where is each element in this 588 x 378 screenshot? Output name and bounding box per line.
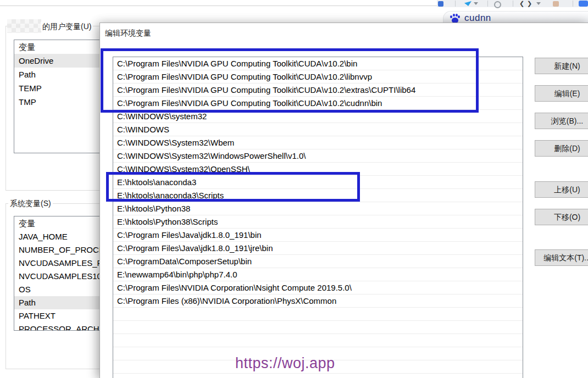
edit-button[interactable]: 编辑(E) [535, 85, 588, 102]
chevron-down-icon[interactable] [536, 2, 541, 5]
extension-icon[interactable] [438, 1, 443, 7]
toolbar-divider [455, 1, 456, 7]
system-variable-row[interactable]: Path [14, 296, 100, 309]
share-icon[interactable] [464, 1, 471, 6]
system-variable-row[interactable]: NUMBER_OF_PROCE [14, 243, 100, 257]
path-row[interactable]: C:\Program Files\NVIDIA Corporation\Nsig… [113, 281, 523, 294]
system-variable-row[interactable]: PROCESSOR_ARCHIT [14, 323, 100, 331]
annotation-box-anaconda-paths [106, 172, 360, 202]
user-variable-row[interactable]: Path [14, 68, 100, 81]
system-variable-row[interactable]: NVCUDASAMPLES10 [14, 270, 100, 283]
dialog-title: 编辑环境变量 [105, 29, 151, 38]
path-row[interactable]: C:\WINDOWS\System32\WindowsPowerShell\v1… [113, 149, 523, 163]
path-row[interactable]: C:\WINDOWS\System32\Wbem [113, 136, 523, 149]
path-row[interactable]: C:\ProgramData\ComposerSetup\bin [113, 255, 523, 268]
code-angle-left-icon[interactable]: ❮ [519, 0, 524, 7]
browser-window-sliver: ❮ ❯ cudnn [437, 0, 588, 23]
move-down-button[interactable]: 下移(O) [535, 209, 588, 225]
user-variable-row[interactable]: OneDrive [14, 54, 100, 68]
code-angle-right-icon[interactable]: ❯ [527, 0, 532, 7]
user-variables-column-header: 变量 [14, 40, 100, 54]
user-variables-label: 的用户变量(U) [41, 22, 93, 31]
path-row[interactable]: E:\hktools\Python38 [113, 202, 523, 215]
toolbar-divider [487, 1, 488, 7]
redacted-username-blur [7, 19, 41, 33]
search-query-text[interactable]: cudnn [464, 13, 491, 24]
annotation-box-cuda-paths [101, 48, 479, 113]
path-row[interactable]: E:\newwamp64\bin\php\php7.4.0 [113, 268, 523, 281]
path-row[interactable]: C:\Program Files\Java\jdk1.8.0_191\jre\b… [113, 242, 523, 255]
translate-badge-icon[interactable] [579, 1, 588, 7]
move-up-button[interactable]: 上移(U) [535, 181, 588, 198]
browser-toolbar: ❮ ❯ [437, 0, 588, 7]
refresh-icon[interactable] [494, 1, 501, 8]
browse-button[interactable]: 浏览(B)... [535, 113, 588, 129]
watermark-text: https://woj.app [235, 355, 335, 372]
baidu-paw-icon [450, 14, 460, 23]
system-variable-row[interactable]: NVCUDASAMPLES_R [14, 257, 100, 270]
new-button[interactable]: 新建(N) [535, 58, 588, 74]
profile-icon[interactable] [553, 1, 559, 7]
user-variable-row[interactable]: TMP [14, 95, 100, 109]
delete-button[interactable]: 删除(D) [535, 140, 588, 157]
system-variable-row[interactable]: PATHEXT [14, 309, 100, 323]
path-row[interactable]: C:\Program Files\Java\jdk1.8.0_191\bin [113, 229, 523, 242]
toolbar-divider [513, 1, 513, 7]
user-variables-list[interactable]: 变量 OneDrivePathTEMPTMP [14, 40, 101, 153]
toolbar-divider [573, 1, 573, 7]
window-top-border [0, 5, 437, 6]
path-row[interactable]: C:\WINDOWS [113, 123, 523, 136]
system-variables-list[interactable]: 变量 JAVA_HOMENUMBER_OF_PROCENVCUDASAMPLES… [14, 216, 101, 331]
system-variable-row[interactable]: OS [14, 283, 100, 296]
path-row[interactable]: C:\Program Files (x86)\NVIDIA Corporatio… [113, 294, 523, 308]
system-variables-column-header: 变量 [14, 216, 100, 230]
user-variable-row[interactable]: TEMP [14, 81, 100, 95]
path-row[interactable]: E:\hktools\Python38\Scripts [113, 215, 523, 229]
chevron-down-icon[interactable] [474, 2, 478, 5]
system-variables-label: 系统变量(S) [8, 199, 53, 208]
edit-text-button[interactable]: 编辑文本(T)... [535, 249, 588, 266]
system-variable-row[interactable]: JAVA_HOME [14, 230, 100, 243]
